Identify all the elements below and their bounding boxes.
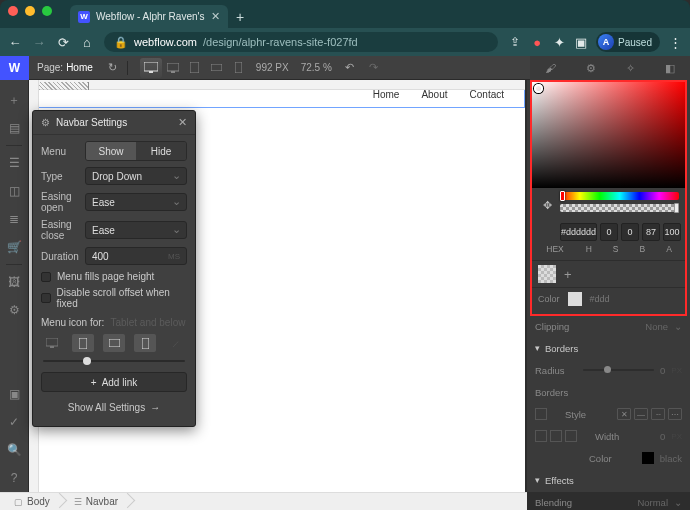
new-tab-button[interactable]: + [236,9,244,25]
menu-fills-checkbox-row[interactable]: Menu fills page height [41,271,187,282]
border-width-value[interactable]: 0 [660,431,665,442]
hue-slider[interactable] [560,192,679,200]
back-button[interactable]: ← [8,35,22,50]
border-color-swatch[interactable] [642,452,654,464]
nav-link-contact[interactable]: Contact [470,89,504,100]
borders-section-header[interactable]: ▾Borders [535,337,682,359]
panel-icon[interactable]: ▣ [574,35,588,50]
record-icon[interactable]: ● [530,35,544,50]
show-all-settings-button[interactable]: Show All Settings→ [41,398,187,416]
mobile-landscape-button[interactable] [206,58,228,78]
border-side-picker[interactable] [535,408,547,420]
clipping-value[interactable]: None [645,321,668,332]
nav-link-about[interactable]: About [421,89,447,100]
canvas-zoom[interactable]: 72.5 % [301,62,332,73]
assets-icon[interactable]: 🖼 [0,268,29,296]
s-input[interactable]: 0 [621,223,639,241]
canvas-width[interactable]: 992 PX [256,62,289,73]
components-icon[interactable]: ◫ [0,177,29,205]
add-link-button[interactable]: +Add link [41,372,187,392]
device-reset-icon[interactable]: ⟋ [165,334,187,352]
blending-value[interactable]: Normal [637,497,668,508]
menu-show-button[interactable]: Show [86,142,136,160]
settings-rail-icon[interactable]: ⚙ [0,296,29,324]
border-all-icon[interactable] [535,408,547,420]
undo-button[interactable]: ↶ [338,56,362,80]
border-dashed-icon[interactable]: ╌ [651,408,665,420]
close-icon[interactable]: ✕ [178,116,187,129]
color-field-cursor[interactable] [534,84,543,93]
border-dotted-icon[interactable]: ⋯ [668,408,682,420]
radius-value[interactable]: 0 [660,365,665,376]
border-side-icon[interactable] [550,430,562,442]
hex-input[interactable]: #dddddd [560,223,597,241]
device-mobile-p-icon[interactable] [134,334,156,352]
easing-open-select[interactable]: Ease [85,193,187,211]
checkbox-icon[interactable] [41,272,51,282]
easing-close-select[interactable]: Ease [85,221,187,239]
type-select[interactable]: Drop Down [85,167,187,185]
eyedropper-icon[interactable]: ✥ [538,192,556,218]
radius-knob[interactable] [604,366,611,373]
redo-button[interactable]: ↷ [362,56,386,80]
breadcrumb-navbar[interactable]: ☰Navbar [60,493,128,510]
ecommerce-icon[interactable]: 🛒 [0,233,29,261]
style-tab-icon[interactable]: 🖌 [545,62,556,74]
hue-knob[interactable] [560,191,565,201]
disable-scroll-checkbox-row[interactable]: Disable scroll offset when fixed [41,287,187,309]
duration-input[interactable]: 400MS [85,247,187,265]
breakpoint-slider[interactable] [43,360,185,362]
mobile-portrait-button[interactable] [228,58,250,78]
b-input[interactable]: 87 [642,223,660,241]
panel-header[interactable]: ⚙ Navbar Settings ✕ [33,111,195,135]
tablet-button[interactable] [184,58,206,78]
pages-icon[interactable]: ▤ [0,114,29,142]
mac-zoom-button[interactable] [42,6,52,16]
chrome-menu-icon[interactable]: ⋮ [668,35,682,50]
home-button[interactable]: ⌂ [80,35,94,50]
navigator-icon[interactable]: ☰ [0,149,29,177]
add-swatch-button[interactable]: + [564,267,572,282]
browser-tab[interactable]: W Webflow - Alphr Raven's Site ✕ [70,5,228,28]
share-icon[interactable]: ⇪ [508,35,522,49]
page-name[interactable]: Home [66,62,93,73]
add-element-icon[interactable]: ＋ [0,86,29,114]
border-side-grid[interactable] [535,430,577,442]
checkbox-icon[interactable] [41,293,51,303]
extensions-icon[interactable]: ✦ [552,35,566,50]
nav-link-home[interactable]: Home [373,89,400,100]
settings-tab-icon[interactable]: ⚙ [586,62,596,75]
border-none-icon[interactable]: ✕ [617,408,631,420]
device-mobile-l-icon[interactable] [103,334,125,352]
a-input[interactable]: 100 [663,223,681,241]
video-help-icon[interactable]: ▣ [0,380,29,408]
device-desktop-icon[interactable] [41,334,63,352]
url-field[interactable]: 🔒 webflow.com/design/alphr-ravens-site-f… [104,32,498,52]
desktop-button[interactable] [162,58,184,78]
menu-hide-button[interactable]: Hide [136,142,186,160]
breadcrumb-body[interactable]: ▢Body [0,493,60,510]
color-field[interactable] [532,82,685,188]
alpha-knob[interactable] [674,203,679,213]
help-icon[interactable]: ? [0,464,29,492]
device-tablet-icon[interactable] [72,334,94,352]
webflow-logo[interactable]: W [0,56,29,80]
border-side-icon[interactable] [565,430,577,442]
reload-button[interactable]: ⟳ [56,35,70,50]
mac-minimize-button[interactable] [25,6,35,16]
slider-knob[interactable] [83,357,91,365]
border-color-value[interactable]: black [660,453,682,464]
element-tab-icon[interactable]: ◧ [665,62,675,75]
h-input[interactable]: 0 [600,223,618,241]
interactions-tab-icon[interactable]: ✧ [626,62,635,75]
cms-icon[interactable]: ≣ [0,205,29,233]
current-color-swatch[interactable] [568,292,582,306]
border-solid-icon[interactable]: — [634,408,648,420]
effects-section-header[interactable]: ▾Effects [535,469,682,491]
alpha-slider[interactable] [560,204,679,212]
audit-icon[interactable]: ✓ [0,408,29,436]
border-side-icon[interactable] [535,430,547,442]
profile-paused-pill[interactable]: A Paused [596,32,660,52]
revert-icon[interactable]: ↻ [101,56,125,80]
radius-slider[interactable] [583,369,654,371]
